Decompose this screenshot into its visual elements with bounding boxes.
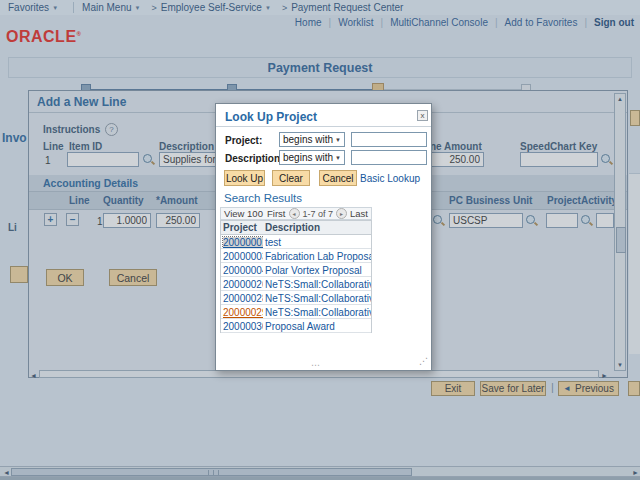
table-row: 20000004 Polar Vortex Proposal bbox=[221, 263, 371, 277]
description-link[interactable]: Fabrication Lab Proposal bbox=[265, 251, 371, 262]
lookup-project-dialog: Look Up Project x Project: begins with ▼… bbox=[215, 103, 432, 371]
project-link[interactable]: 20000003 bbox=[223, 251, 263, 262]
description-link[interactable]: test bbox=[265, 237, 281, 248]
description-link[interactable]: NeTS:Small:Collaborative:Infra bbox=[265, 307, 371, 318]
look-up-button[interactable]: Look Up bbox=[224, 170, 265, 186]
table-row: 20000001 test bbox=[221, 235, 371, 249]
results-range: 1-7 of 7 bbox=[303, 209, 334, 219]
col-description: Description bbox=[263, 222, 371, 233]
table-row: 20000003 Fabrication Lab Proposal bbox=[221, 249, 371, 263]
description-link[interactable]: NeTS:Small:Collaborative:Infra bbox=[265, 279, 371, 290]
description-link[interactable]: Polar Vortex Proposal bbox=[265, 265, 362, 276]
project-link[interactable]: 20000001 bbox=[223, 237, 263, 248]
search-results-heading: Search Results bbox=[224, 192, 302, 204]
first-link[interactable]: First bbox=[267, 208, 285, 219]
project-link[interactable]: 20000028 bbox=[223, 293, 263, 304]
project-link[interactable]: 20000030 bbox=[223, 321, 263, 332]
table-row: 20000030 Proposal Award bbox=[221, 319, 371, 333]
screen: Favorites ▼ Main Menu ▼ > Employee Self-… bbox=[0, 0, 640, 480]
project-criteria-input[interactable] bbox=[351, 132, 427, 147]
lookup-cancel-button[interactable]: Cancel bbox=[319, 170, 357, 186]
clear-button[interactable]: Clear bbox=[272, 170, 310, 186]
dialog-drag-dots[interactable]: ⋯ bbox=[311, 360, 321, 370]
description-criteria-label: Description: bbox=[225, 153, 283, 164]
lookup-dialog-title: Look Up Project bbox=[225, 110, 317, 124]
project-link[interactable]: 20000029 bbox=[223, 307, 263, 318]
basic-lookup-link[interactable]: Basic Lookup bbox=[360, 173, 420, 184]
table-row: 20000029 NeTS:Small:Collaborative:Infra bbox=[221, 305, 371, 319]
close-icon[interactable]: x bbox=[417, 110, 428, 121]
description-operator-dropdown[interactable]: begins with ▼ bbox=[279, 150, 345, 165]
results-header-row: Project Description bbox=[221, 221, 371, 235]
project-link[interactable]: 20000026 bbox=[223, 279, 263, 290]
dialog-resize-grip[interactable]: ⋰ bbox=[419, 356, 428, 366]
view-100-link[interactable]: View 100 bbox=[224, 208, 263, 219]
previous-page-icon[interactable]: ◄ bbox=[289, 208, 300, 219]
results-pager: View 100 First ◄ 1-7 of 7 ► Last bbox=[220, 207, 372, 220]
results-table: Project Description 20000001 test 200000… bbox=[220, 220, 372, 333]
col-project: Project bbox=[221, 222, 263, 233]
table-row: 20000026 NeTS:Small:Collaborative:Infra bbox=[221, 277, 371, 291]
chevron-down-icon: ▼ bbox=[335, 155, 341, 161]
project-criteria-label: Project: bbox=[225, 135, 262, 146]
divider bbox=[216, 126, 431, 127]
next-page-icon[interactable]: ► bbox=[336, 208, 347, 219]
project-operator-dropdown[interactable]: begins with ▼ bbox=[279, 132, 345, 147]
description-link[interactable]: NeTS:Small:Collaborative:Infra bbox=[265, 293, 371, 304]
project-link[interactable]: 20000004 bbox=[223, 265, 263, 276]
table-row: 20000028 NeTS:Small:Collaborative:Infra bbox=[221, 291, 371, 305]
description-criteria-input[interactable] bbox=[351, 150, 427, 165]
description-link[interactable]: Proposal Award bbox=[265, 321, 335, 332]
chevron-down-icon: ▼ bbox=[335, 137, 341, 143]
last-link[interactable]: Last bbox=[350, 208, 368, 219]
